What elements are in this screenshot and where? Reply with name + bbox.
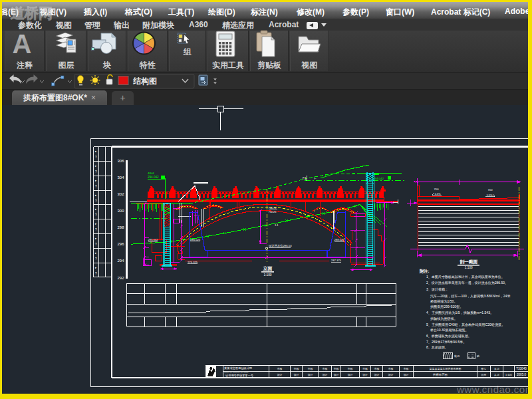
svg-text:结构图: 结构图 [132, 76, 157, 86]
